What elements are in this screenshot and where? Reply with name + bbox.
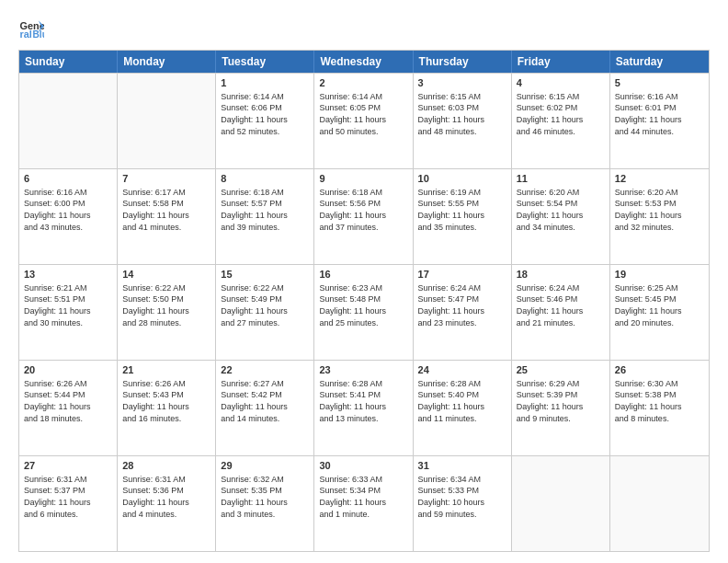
day-number: 29 xyxy=(221,459,309,473)
day-number: 5 xyxy=(615,76,704,90)
header-day-wednesday: Wednesday xyxy=(314,51,413,73)
day-info: Sunrise: 6:15 AMSunset: 6:02 PMDaylight:… xyxy=(517,91,605,137)
day-number: 14 xyxy=(122,268,210,282)
day-info: Sunrise: 6:30 AMSunset: 5:38 PMDaylight:… xyxy=(615,378,704,424)
day-info: Sunrise: 6:26 AMSunset: 5:43 PMDaylight:… xyxy=(122,378,210,424)
header-day-thursday: Thursday xyxy=(414,51,512,73)
day-number: 17 xyxy=(418,268,506,282)
day-cell-13: 13Sunrise: 6:21 AMSunset: 5:51 PMDayligh… xyxy=(19,265,118,360)
day-number: 10 xyxy=(418,172,506,186)
logo: Gene ral Blue xyxy=(18,15,48,40)
day-cell-23: 23Sunrise: 6:28 AMSunset: 5:41 PMDayligh… xyxy=(314,361,413,455)
calendar-body: 1Sunrise: 6:14 AMSunset: 6:06 PMDaylight… xyxy=(19,73,709,551)
day-cell-3: 3Sunrise: 6:15 AMSunset: 6:03 PMDaylight… xyxy=(414,74,512,168)
day-cell-2: 2Sunrise: 6:14 AMSunset: 6:05 PMDaylight… xyxy=(314,74,413,168)
day-info: Sunrise: 6:28 AMSunset: 5:41 PMDaylight:… xyxy=(319,378,407,424)
day-number: 31 xyxy=(418,459,506,473)
day-number: 20 xyxy=(24,363,112,377)
day-info: Sunrise: 6:19 AMSunset: 5:55 PMDaylight:… xyxy=(418,187,506,233)
header-day-tuesday: Tuesday xyxy=(216,51,314,73)
day-cell-29: 29Sunrise: 6:32 AMSunset: 5:35 PMDayligh… xyxy=(216,456,314,551)
svg-text:Blue: Blue xyxy=(33,29,44,40)
day-cell-10: 10Sunrise: 6:19 AMSunset: 5:55 PMDayligh… xyxy=(414,169,512,264)
day-info: Sunrise: 6:26 AMSunset: 5:44 PMDaylight:… xyxy=(24,378,112,424)
day-info: Sunrise: 6:20 AMSunset: 5:54 PMDaylight:… xyxy=(517,187,605,233)
day-number: 18 xyxy=(517,268,605,282)
week-row-2: 13Sunrise: 6:21 AMSunset: 5:51 PMDayligh… xyxy=(19,264,709,360)
day-number: 26 xyxy=(615,363,704,377)
day-cell-6: 6Sunrise: 6:16 AMSunset: 6:00 PMDaylight… xyxy=(19,169,118,264)
day-number: 30 xyxy=(319,459,407,473)
day-info: Sunrise: 6:18 AMSunset: 5:57 PMDaylight:… xyxy=(221,187,309,233)
day-number: 7 xyxy=(122,172,210,186)
day-info: Sunrise: 6:24 AMSunset: 5:46 PMDaylight:… xyxy=(517,282,605,328)
day-cell-22: 22Sunrise: 6:27 AMSunset: 5:42 PMDayligh… xyxy=(216,361,314,455)
day-number: 9 xyxy=(319,172,407,186)
day-number: 13 xyxy=(24,268,112,282)
day-info: Sunrise: 6:22 AMSunset: 5:50 PMDaylight:… xyxy=(122,282,210,328)
day-info: Sunrise: 6:27 AMSunset: 5:42 PMDaylight:… xyxy=(221,378,309,424)
empty-cell xyxy=(610,456,709,551)
day-info: Sunrise: 6:23 AMSunset: 5:48 PMDaylight:… xyxy=(319,282,407,328)
day-cell-25: 25Sunrise: 6:29 AMSunset: 5:39 PMDayligh… xyxy=(512,361,610,455)
day-cell-20: 20Sunrise: 6:26 AMSunset: 5:44 PMDayligh… xyxy=(19,361,118,455)
day-number: 23 xyxy=(319,363,407,377)
day-number: 27 xyxy=(24,459,112,473)
day-cell-9: 9Sunrise: 6:18 AMSunset: 5:56 PMDaylight… xyxy=(314,169,413,264)
empty-cell xyxy=(512,456,610,551)
week-row-3: 20Sunrise: 6:26 AMSunset: 5:44 PMDayligh… xyxy=(19,360,709,455)
day-info: Sunrise: 6:29 AMSunset: 5:39 PMDaylight:… xyxy=(517,378,605,424)
day-number: 21 xyxy=(122,363,210,377)
day-info: Sunrise: 6:16 AMSunset: 6:01 PMDaylight:… xyxy=(615,91,704,137)
day-cell-21: 21Sunrise: 6:26 AMSunset: 5:43 PMDayligh… xyxy=(118,361,216,455)
day-info: Sunrise: 6:24 AMSunset: 5:47 PMDaylight:… xyxy=(418,282,506,328)
day-cell-12: 12Sunrise: 6:20 AMSunset: 5:53 PMDayligh… xyxy=(610,169,709,264)
day-cell-31: 31Sunrise: 6:34 AMSunset: 5:33 PMDayligh… xyxy=(414,456,512,551)
empty-cell xyxy=(118,74,216,168)
day-number: 2 xyxy=(319,76,407,90)
svg-text:ral: ral xyxy=(20,29,32,40)
day-info: Sunrise: 6:28 AMSunset: 5:40 PMDaylight:… xyxy=(418,378,506,424)
day-cell-24: 24Sunrise: 6:28 AMSunset: 5:40 PMDayligh… xyxy=(414,361,512,455)
day-info: Sunrise: 6:20 AMSunset: 5:53 PMDaylight:… xyxy=(615,187,704,233)
day-number: 11 xyxy=(517,172,605,186)
day-info: Sunrise: 6:34 AMSunset: 5:33 PMDaylight:… xyxy=(418,474,506,520)
day-number: 8 xyxy=(221,172,309,186)
day-info: Sunrise: 6:25 AMSunset: 5:45 PMDaylight:… xyxy=(615,282,704,328)
header-day-friday: Friday xyxy=(512,51,610,73)
week-row-1: 6Sunrise: 6:16 AMSunset: 6:00 PMDaylight… xyxy=(19,168,709,264)
day-cell-5: 5Sunrise: 6:16 AMSunset: 6:01 PMDaylight… xyxy=(610,74,709,168)
day-number: 22 xyxy=(221,363,309,377)
day-cell-7: 7Sunrise: 6:17 AMSunset: 5:58 PMDaylight… xyxy=(118,169,216,264)
day-cell-4: 4Sunrise: 6:15 AMSunset: 6:02 PMDaylight… xyxy=(512,74,610,168)
day-info: Sunrise: 6:17 AMSunset: 5:58 PMDaylight:… xyxy=(122,187,210,233)
day-cell-26: 26Sunrise: 6:30 AMSunset: 5:38 PMDayligh… xyxy=(610,361,709,455)
calendar: SundayMondayTuesdayWednesdayThursdayFrid… xyxy=(18,50,710,552)
day-cell-16: 16Sunrise: 6:23 AMSunset: 5:48 PMDayligh… xyxy=(314,265,413,360)
logo-icon: Gene ral Blue xyxy=(18,15,44,40)
day-number: 6 xyxy=(24,172,112,186)
header-day-saturday: Saturday xyxy=(610,51,709,73)
day-info: Sunrise: 6:31 AMSunset: 5:36 PMDaylight:… xyxy=(122,474,210,520)
day-info: Sunrise: 6:32 AMSunset: 5:35 PMDaylight:… xyxy=(221,474,309,520)
day-cell-28: 28Sunrise: 6:31 AMSunset: 5:36 PMDayligh… xyxy=(118,456,216,551)
day-cell-8: 8Sunrise: 6:18 AMSunset: 5:57 PMDaylight… xyxy=(216,169,314,264)
day-number: 28 xyxy=(122,459,210,473)
calendar-header: SundayMondayTuesdayWednesdayThursdayFrid… xyxy=(19,51,709,73)
day-info: Sunrise: 6:22 AMSunset: 5:49 PMDaylight:… xyxy=(221,282,309,328)
day-info: Sunrise: 6:16 AMSunset: 6:00 PMDaylight:… xyxy=(24,187,112,233)
day-cell-27: 27Sunrise: 6:31 AMSunset: 5:37 PMDayligh… xyxy=(19,456,118,551)
day-info: Sunrise: 6:15 AMSunset: 6:03 PMDaylight:… xyxy=(418,91,506,137)
day-info: Sunrise: 6:21 AMSunset: 5:51 PMDaylight:… xyxy=(24,282,112,328)
day-cell-1: 1Sunrise: 6:14 AMSunset: 6:06 PMDaylight… xyxy=(216,74,314,168)
day-info: Sunrise: 6:18 AMSunset: 5:56 PMDaylight:… xyxy=(319,187,407,233)
day-info: Sunrise: 6:31 AMSunset: 5:37 PMDaylight:… xyxy=(24,474,112,520)
day-cell-11: 11Sunrise: 6:20 AMSunset: 5:54 PMDayligh… xyxy=(512,169,610,264)
day-cell-17: 17Sunrise: 6:24 AMSunset: 5:47 PMDayligh… xyxy=(414,265,512,360)
header-day-sunday: Sunday xyxy=(19,51,118,73)
day-number: 15 xyxy=(221,268,309,282)
day-cell-14: 14Sunrise: 6:22 AMSunset: 5:50 PMDayligh… xyxy=(118,265,216,360)
week-row-0: 1Sunrise: 6:14 AMSunset: 6:06 PMDaylight… xyxy=(19,73,709,168)
day-number: 3 xyxy=(418,76,506,90)
day-info: Sunrise: 6:14 AMSunset: 6:05 PMDaylight:… xyxy=(319,91,407,137)
